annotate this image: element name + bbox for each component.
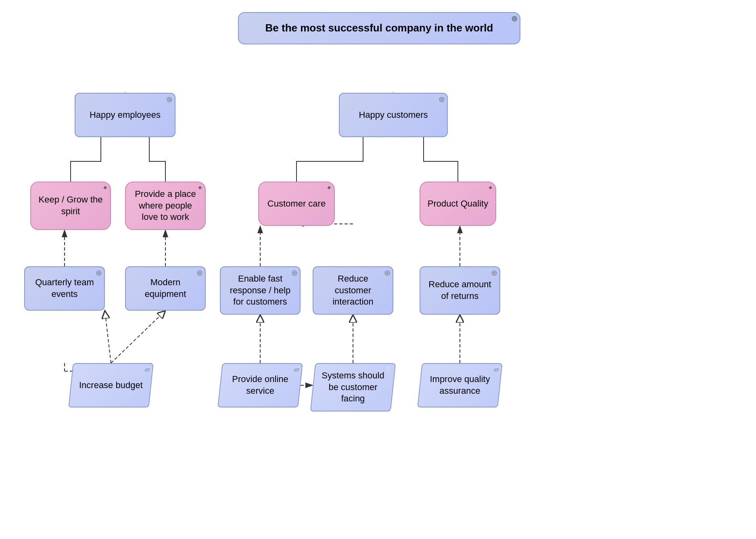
node-customer-care: ✦ Customer care: [258, 182, 335, 226]
node-provide-online-label: Provide online service: [227, 374, 293, 397]
node-increase-budget-label: Increase budget: [79, 380, 143, 391]
node-enable-fast-label: Enable fast response / help for customer…: [227, 273, 293, 308]
node-modern: ◎ Modern equipment: [125, 266, 206, 311]
node-reduce-customer-label: Reduce customer interaction: [320, 273, 386, 308]
svg-line-7: [105, 311, 111, 363]
enable-fast-icon: ◎: [292, 270, 297, 276]
node-happy-customers: ◎ Happy customers: [339, 93, 448, 137]
reduce-returns-icon: ◎: [491, 270, 497, 276]
node-product-quality-label: Product Quality: [428, 198, 488, 210]
node-improve-quality-label: Improve quality assurance: [427, 374, 493, 397]
improve-quality-icon: ▱: [494, 366, 499, 373]
provide-place-icon: ✦: [197, 185, 203, 191]
node-top: ◎ Be the most successful company in the …: [238, 12, 520, 44]
node-provide-place-label: Provide a place where people love to wor…: [132, 188, 198, 223]
reduce-customer-icon: ◎: [384, 270, 390, 276]
node-provide-place: ✦ Provide a place where people love to w…: [125, 182, 206, 230]
node-improve-quality: Improve quality assurance ▱: [417, 363, 503, 407]
increase-budget-icon: ▱: [145, 366, 150, 373]
systems-customer-icon: ❕: [384, 366, 392, 373]
happy-customers-icon: ◎: [439, 96, 445, 102]
keep-grow-icon: ✦: [102, 185, 108, 191]
customer-care-icon: ✦: [326, 185, 332, 191]
node-product-quality: ✦ Product Quality: [420, 182, 496, 226]
node-reduce-returns: ◎ Reduce amount of returns: [420, 266, 500, 315]
node-provide-online: Provide online service ▱: [217, 363, 303, 407]
node-customer-care-label: Customer care: [267, 198, 326, 210]
happy-employees-icon: ◎: [167, 96, 172, 102]
node-happy-employees: ◎ Happy employees: [75, 93, 175, 137]
product-quality-icon: ✦: [488, 185, 493, 191]
node-modern-label: Modern equipment: [132, 277, 198, 300]
node-increase-budget: Increase budget ▱: [68, 363, 154, 407]
quarterly-icon: ◎: [96, 270, 102, 276]
modern-icon: ◎: [197, 270, 203, 276]
svg-line-8: [111, 311, 165, 363]
node-reduce-customer: ◎ Reduce customer interaction: [313, 266, 393, 315]
diagram: ◎ Be the most successful company in the …: [0, 0, 756, 539]
node-happy-customers-label: Happy customers: [359, 109, 428, 121]
node-keep-grow: ✦ Keep / Grow the spirit: [30, 182, 111, 230]
node-enable-fast: ◎ Enable fast response / help for custom…: [220, 266, 301, 315]
node-reduce-returns-label: Reduce amount of returns: [427, 279, 493, 302]
top-icon: ◎: [512, 15, 517, 22]
node-happy-employees-label: Happy employees: [90, 109, 161, 121]
node-systems-customer: Systems should be customer facing ❕: [310, 363, 396, 412]
node-quarterly: ◎ Quarterly team events: [24, 266, 105, 311]
node-keep-grow-label: Keep / Grow the spirit: [38, 194, 104, 217]
node-quarterly-label: Quarterly team events: [31, 277, 98, 300]
node-systems-customer-label: Systems should be customer facing: [320, 370, 386, 405]
provide-online-icon: ▱: [294, 366, 299, 373]
node-top-label: Be the most successful company in the wo…: [265, 21, 493, 35]
